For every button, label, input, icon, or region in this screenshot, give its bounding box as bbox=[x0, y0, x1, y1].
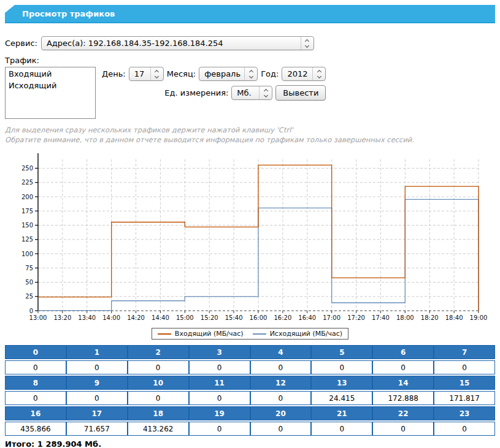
hour-value-cell: 0 bbox=[434, 422, 495, 436]
traffic-listbox[interactable]: ВходящийИсходящий bbox=[5, 67, 96, 119]
show-button[interactable]: Вывести bbox=[275, 85, 326, 101]
unit-row: Ед. измерения: Мб. Вывести bbox=[102, 85, 326, 101]
hour-value-cell: 0 bbox=[5, 360, 66, 374]
svg-text:17:40: 17:40 bbox=[372, 314, 390, 321]
total-value: 1 289.904 Мб. bbox=[37, 439, 101, 448]
hour-value-cell: 0 bbox=[311, 360, 372, 374]
hour-header-cell: 1 bbox=[66, 345, 128, 359]
hour-value-cell: 24.415 bbox=[311, 391, 372, 405]
year-select-value: 2012 bbox=[287, 69, 307, 78]
spinner-icon bbox=[312, 67, 325, 80]
svg-text:14:20: 14:20 bbox=[127, 314, 145, 321]
hour-value-cell: 435.866 bbox=[5, 422, 66, 436]
page-header: Просмотр трафиков bbox=[5, 5, 495, 23]
day-select-value: 17 bbox=[134, 69, 145, 78]
hour-value-cell: 0 bbox=[5, 391, 66, 405]
month-select[interactable]: февраль bbox=[199, 67, 258, 81]
hour-header-cell: 13 bbox=[311, 376, 372, 390]
year-label: Год: bbox=[261, 69, 279, 78]
svg-text:19:00: 19:00 bbox=[470, 314, 488, 321]
hour-value-cell: 0 bbox=[250, 391, 312, 405]
spinner-icon bbox=[259, 86, 272, 99]
svg-text:18:40: 18:40 bbox=[445, 314, 463, 321]
spinner-icon bbox=[301, 37, 313, 50]
day-select[interactable]: 17 bbox=[129, 67, 164, 81]
hour-header-cell: 7 bbox=[434, 345, 495, 359]
hour-header-cell: 18 bbox=[128, 406, 189, 420]
svg-text:18:20: 18:20 bbox=[421, 314, 439, 321]
hour-value-cell: 0 bbox=[250, 422, 312, 436]
date-row: День: 17 Месяц: февраль Год: 2012 bbox=[102, 67, 326, 81]
traffic-label: Трафик: bbox=[5, 56, 495, 65]
svg-text:16:40: 16:40 bbox=[298, 314, 316, 321]
hour-header-cell: 16 bbox=[5, 406, 66, 420]
hour-value-cell: 172.888 bbox=[372, 391, 434, 405]
hour-value-cell: 0 bbox=[66, 391, 128, 405]
svg-text:17:20: 17:20 bbox=[347, 314, 365, 321]
service-row: Сервис: Адрес(а): 192.168.184.35-192.168… bbox=[5, 36, 495, 50]
hour-value-cell: 0 bbox=[189, 422, 250, 436]
hour-value-cell: 413.262 bbox=[128, 422, 189, 436]
hour-value-cell: 0 bbox=[311, 422, 372, 436]
legend-item: Исходящий (МБ/час) bbox=[253, 330, 343, 338]
hour-header-cell: 19 bbox=[189, 406, 250, 420]
service-select[interactable]: Адрес(а): 192.168.184.35-192.168.184.254 bbox=[41, 36, 314, 50]
svg-text:13:00: 13:00 bbox=[29, 314, 47, 321]
traffic-chart: 025507510012515017520022525013:0013:2013… bbox=[5, 150, 495, 340]
chart-svg: 025507510012515017520022525013:0013:2013… bbox=[5, 150, 494, 326]
hour-header-cell: 8 bbox=[5, 376, 66, 390]
hour-value-cell: 0 bbox=[66, 360, 128, 374]
unit-label: Ед. измерения: bbox=[164, 88, 228, 97]
hour-value-cell: 0 bbox=[189, 360, 250, 374]
total-line: Итого: 1 289.904 Мб. bbox=[5, 439, 495, 448]
legend-item: Входящий (МБ/час) bbox=[158, 330, 244, 338]
legend-label: Входящий (МБ/час) bbox=[175, 330, 244, 338]
svg-text:16:20: 16:20 bbox=[274, 314, 291, 321]
hour-header-cell: 2 bbox=[128, 345, 189, 359]
traffic-option[interactable]: Исходящий bbox=[6, 80, 95, 91]
hour-header-cell: 22 bbox=[372, 406, 434, 420]
legend-line-icon bbox=[253, 333, 266, 335]
svg-text:0: 0 bbox=[29, 308, 33, 314]
svg-text:175: 175 bbox=[21, 208, 33, 215]
hour-header-cell: 11 bbox=[189, 376, 250, 390]
svg-text:250: 250 bbox=[21, 165, 33, 172]
hour-header-cell: 6 bbox=[372, 345, 434, 359]
svg-text:18:00: 18:00 bbox=[396, 314, 414, 321]
hour-value-cell: 0 bbox=[434, 360, 495, 374]
hour-header-cell: 12 bbox=[250, 376, 312, 390]
hour-value-cell: 0 bbox=[372, 422, 434, 436]
traffic-option[interactable]: Входящий bbox=[6, 68, 95, 80]
hour-header-cell: 14 bbox=[372, 376, 434, 390]
date-controls: День: 17 Месяц: февраль Год: 2012 Ед. из… bbox=[102, 67, 326, 119]
hours-table: 0123456700000000891011121314150000024.41… bbox=[5, 344, 495, 437]
hour-header-cell: 0 bbox=[5, 345, 66, 359]
svg-text:13:20: 13:20 bbox=[53, 314, 71, 321]
svg-text:100: 100 bbox=[21, 251, 33, 257]
hour-header-cell: 4 bbox=[250, 345, 312, 359]
svg-text:150: 150 bbox=[21, 222, 33, 229]
svg-text:15:00: 15:00 bbox=[176, 314, 194, 321]
total-label: Итого: bbox=[5, 439, 34, 448]
controls: ВходящийИсходящий День: 17 Месяц: феврал… bbox=[5, 67, 495, 119]
hint-sessions: Обратите внимание, что в данном отчете в… bbox=[5, 135, 495, 145]
hour-value-cell: 0 bbox=[372, 360, 434, 374]
hint-ctrl: Для выделения сразу нескольких трафиков … bbox=[5, 125, 495, 135]
unit-select[interactable]: Мб. bbox=[231, 86, 272, 100]
page: Просмотр трафиков Сервис: Адрес(а): 192.… bbox=[0, 0, 500, 448]
chart-legend: Входящий (МБ/час)Исходящий (МБ/час) bbox=[152, 328, 348, 340]
hour-header-cell: 15 bbox=[434, 376, 495, 390]
year-select[interactable]: 2012 bbox=[282, 67, 326, 81]
service-label: Сервис: bbox=[5, 39, 37, 48]
hour-value-cell: 0 bbox=[250, 360, 312, 374]
svg-text:225: 225 bbox=[21, 179, 33, 186]
day-label: День: bbox=[102, 69, 126, 78]
svg-text:14:40: 14:40 bbox=[152, 314, 169, 321]
month-select-value: февраль bbox=[204, 69, 240, 78]
hour-value-cell: 0 bbox=[128, 391, 189, 405]
svg-text:14:00: 14:00 bbox=[102, 314, 120, 321]
spinner-icon bbox=[244, 67, 257, 80]
svg-text:16:00: 16:00 bbox=[250, 314, 267, 321]
hour-header-cell: 20 bbox=[250, 406, 312, 420]
legend-line-icon bbox=[158, 333, 171, 335]
